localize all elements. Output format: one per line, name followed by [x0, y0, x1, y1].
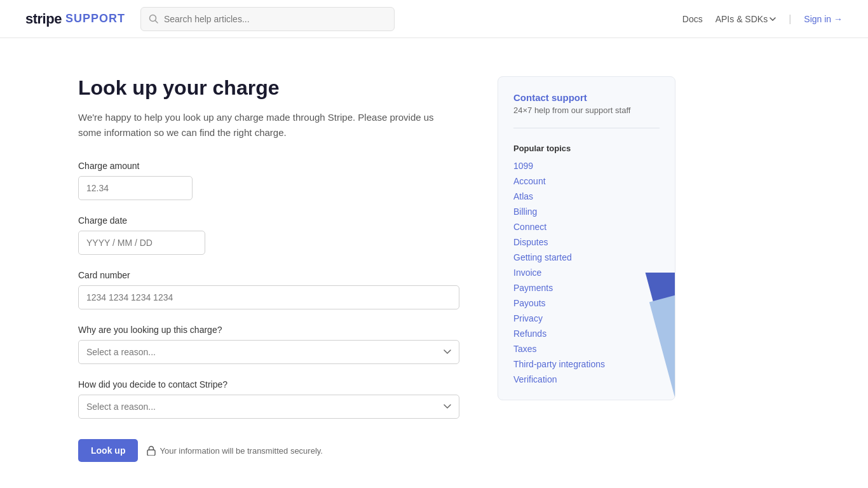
contact-support-link[interactable]: Contact support [513, 92, 660, 103]
topic-link[interactable]: Getting started [513, 252, 572, 262]
svg-line-1 [155, 20, 158, 23]
page-title: Look up your charge [78, 76, 459, 100]
charge-amount-label: Charge amount [78, 161, 459, 171]
how-contact-select[interactable]: Select a reason... Email Search Referral… [78, 395, 459, 419]
why-lookup-select[interactable]: Select a reason... I don't recognize thi… [78, 340, 459, 364]
topic-link[interactable]: Privacy [513, 313, 543, 323]
list-item: Disputes [513, 237, 660, 247]
form-section: Look up your charge We're happy to help … [78, 76, 459, 462]
topic-link[interactable]: Verification [513, 374, 557, 384]
topic-link[interactable]: Connect [513, 222, 546, 232]
main-content: Look up your charge We're happy to help … [53, 38, 815, 487]
search-input[interactable] [164, 14, 386, 24]
sidebar-card: Contact support 24×7 help from our suppo… [498, 76, 675, 400]
page-description: We're happy to help you look up any char… [78, 110, 459, 140]
secure-text-label: Your information will be transmitted sec… [159, 446, 323, 456]
card-number-label: Card number [78, 270, 459, 280]
topic-link[interactable]: Refunds [513, 329, 546, 339]
logo-link[interactable]: stripe SUPPORT [25, 11, 125, 27]
how-contact-group: How did you decide to contact Stripe? Se… [78, 379, 459, 419]
charge-date-group: Charge date [78, 215, 459, 255]
secure-notice: Your information will be transmitted sec… [147, 445, 323, 456]
why-lookup-label: Why are you looking up this charge? [78, 325, 459, 335]
charge-date-label: Charge date [78, 215, 459, 226]
lock-icon [147, 445, 156, 456]
nav-divider: | [789, 13, 791, 25]
why-lookup-group: Why are you looking up this charge? Sele… [78, 325, 459, 364]
topic-link[interactable]: Invoice [513, 268, 541, 278]
list-item: 1099 [513, 161, 660, 171]
topic-link[interactable]: Third-party integrations [513, 359, 605, 369]
lookup-button[interactable]: Look up [78, 439, 138, 462]
topic-link[interactable]: Taxes [513, 344, 537, 354]
topic-link[interactable]: Payouts [513, 298, 546, 308]
apis-sdks-nav: APIs & SDKs [715, 14, 776, 24]
topic-link[interactable]: Atlas [513, 191, 533, 201]
charge-amount-group: Charge amount [78, 161, 459, 200]
support-hours-text: 24×7 help from our support staff [513, 105, 660, 128]
header: stripe SUPPORT Docs APIs & SDKs | Sign i… [0, 0, 868, 38]
how-contact-label: How did you decide to contact Stripe? [78, 379, 459, 390]
card-number-group: Card number [78, 270, 459, 309]
apis-sdks-link[interactable]: APIs & SDKs [715, 14, 768, 24]
topic-link[interactable]: Disputes [513, 237, 548, 247]
docs-link[interactable]: Docs [682, 14, 703, 24]
charge-date-input[interactable] [78, 231, 205, 255]
list-item: Atlas [513, 191, 660, 201]
chevron-down-icon [770, 17, 776, 21]
svg-rect-2 [147, 450, 155, 456]
topic-link[interactable]: Account [513, 176, 546, 186]
topic-link[interactable]: Payments [513, 283, 553, 293]
search-icon [149, 14, 159, 24]
list-item: Billing [513, 207, 660, 217]
card-number-input[interactable] [78, 285, 459, 309]
sidebar: Contact support 24×7 help from our suppo… [498, 76, 675, 462]
stripe-light-bar [649, 290, 675, 400]
list-item: Connect [513, 222, 660, 232]
topic-link[interactable]: 1099 [513, 161, 533, 171]
list-item: Account [513, 176, 660, 186]
logo-stripe-text: stripe [25, 11, 62, 27]
signin-link[interactable]: Sign in → [804, 14, 843, 24]
stripe-decoration [611, 273, 675, 400]
popular-topics-title: Popular topics [513, 144, 660, 153]
header-nav: Docs APIs & SDKs | Sign in → [682, 13, 843, 25]
charge-amount-input[interactable] [78, 176, 193, 200]
search-bar [140, 7, 395, 31]
topic-link[interactable]: Billing [513, 207, 537, 217]
lookup-section: Look up Your information will be transmi… [78, 439, 459, 462]
logo-support-text: SUPPORT [65, 12, 125, 25]
list-item: Getting started [513, 252, 660, 262]
